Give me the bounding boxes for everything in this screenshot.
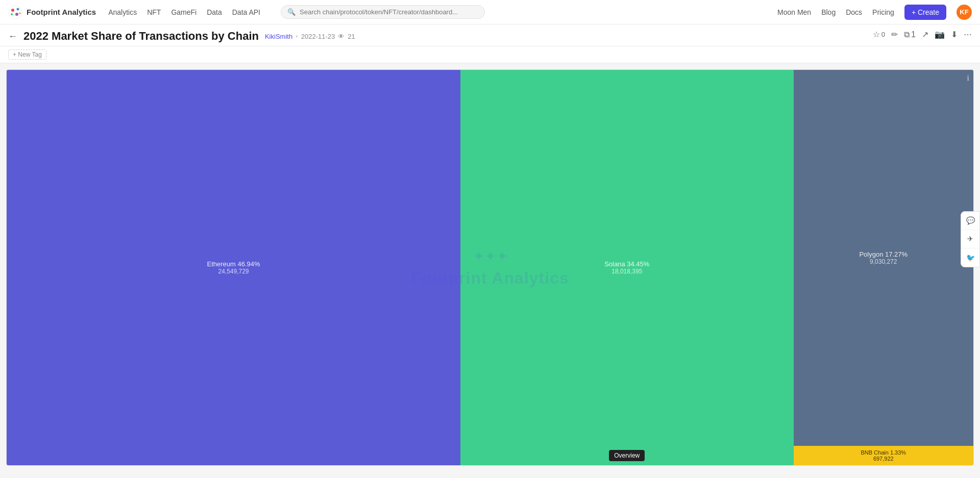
twitter-button[interactable]: 🐦 [961,248,979,267]
clone-icon: ⧉ [904,30,910,39]
download-icon: ⬇ [951,30,958,39]
main-content: ℹ Ethereum 46.94% 24,549,729 Solana 34.4… [0,63,980,472]
more-button[interactable]: ⋯ [964,30,972,39]
brand-name: Footprint Analytics [27,8,96,16]
edit-icon: ✏ [891,30,898,39]
tag-row: + New Tag [0,46,980,63]
more-icon: ⋯ [964,30,972,39]
download-button[interactable]: ⬇ [951,30,958,39]
bnb-name: BNB Chain 1.33% [861,449,906,456]
polygon-name: Polygon 17.27% [859,250,908,258]
nav-gamefi[interactable]: GameFi [171,8,197,16]
segment-solana[interactable]: Solana 34.45% 18,018,395 Overview [460,70,793,465]
separator: • [296,33,298,40]
polygon-label: Polygon 17.27% 9,030,272 [859,250,908,265]
export-icon: ↗ [922,30,928,39]
segment-right: Polygon 17.27% 9,030,272 BNB Chain 1.33%… [794,70,973,465]
svg-point-3 [11,13,13,15]
nav-blog[interactable]: Blog [821,8,836,16]
nav-pricing[interactable]: Pricing [872,8,894,16]
camera-icon: 📷 [935,30,945,39]
solana-name: Solana 34.45% [604,260,649,268]
navbar-links: Analytics NFT GameFi Data Data API [108,8,260,16]
svg-point-1 [11,9,14,12]
page-header: ← 2022 Market Share of Transactions by C… [0,24,980,46]
telegram-icon: ✈ [967,235,973,243]
segment-bnb[interactable]: BNB Chain 1.33% 697,922 [794,446,973,465]
back-button[interactable]: ← [8,31,17,42]
info-icon[interactable]: ℹ [967,74,969,82]
svg-point-4 [15,13,18,16]
brand-logo-link[interactable]: Footprint Analytics [8,5,96,19]
bnb-value: 697,922 [873,456,894,462]
user-avatar[interactable]: KF [957,5,972,20]
svg-point-2 [17,8,19,10]
solana-label: Solana 34.45% 18,018,395 [604,70,649,465]
ethereum-label: Ethereum 46.94% 24,549,729 [207,260,260,275]
page-title-section: ← 2022 Market Share of Transactions by C… [8,30,972,46]
page-title-row: ← 2022 Market Share of Transactions by C… [8,30,355,43]
nav-data-api[interactable]: Data API [232,8,260,16]
svg-point-0 [9,6,22,19]
nav-data[interactable]: Data [207,8,222,16]
segment-ethereum[interactable]: Ethereum 46.94% 24,549,729 [7,70,460,465]
ethereum-name: Ethereum 46.94% [207,260,260,268]
navbar-right: Moon Men Blog Docs Pricing + Create KF [777,5,972,20]
page-actions: ☆ 0 ✏ ⧉ 1 ↗ 📷 ⬇ ⋯ [873,30,972,39]
export-button[interactable]: ↗ [922,30,928,39]
discord-button[interactable]: 💬 [961,212,979,230]
segment-polygon[interactable]: Polygon 17.27% 9,030,272 [794,70,973,446]
clone-count: 1 [911,30,916,39]
edit-button[interactable]: ✏ [891,30,898,39]
brand-logo-icon [8,5,22,19]
bnb-label: BNB Chain 1.33% 697,922 [861,446,906,465]
new-tag-button[interactable]: + New Tag [8,49,46,60]
treemap: Ethereum 46.94% 24,549,729 Solana 34.45%… [7,70,973,465]
star-icon: ☆ [873,30,880,39]
eye-icon: 👁 [338,33,345,40]
polygon-value: 9,030,272 [859,258,908,265]
page-date: 2022-11-23 [301,33,335,40]
chart-container: ℹ Ethereum 46.94% 24,549,729 Solana 34.4… [6,69,974,466]
nav-analytics[interactable]: Analytics [108,8,137,16]
discord-icon: 💬 [966,216,975,224]
telegram-button[interactable]: ✈ [961,230,979,248]
create-button[interactable]: + Create [904,5,946,20]
page-title: 2022 Market Share of Transactions by Cha… [23,30,259,43]
navbar: Footprint Analytics Analytics NFT GameFi… [0,0,980,24]
search-input[interactable] [300,8,478,16]
twitter-icon: 🐦 [966,254,975,262]
page-meta: KikiSmith • 2022-11-23 👁 21 [265,33,355,40]
svg-point-5 [19,12,21,14]
clone-button[interactable]: ⧉ 1 [904,30,916,39]
overview-tooltip: Overview [609,450,645,461]
author-link[interactable]: KikiSmith [265,33,292,40]
nav-moon-men[interactable]: Moon Men [777,8,811,16]
view-count: 21 [348,33,355,40]
side-actions: 💬 ✈ 🐦 [961,211,980,267]
search-bar: 🔍 [281,5,485,19]
camera-button[interactable]: 📷 [935,30,945,39]
nav-docs[interactable]: Docs [846,8,862,16]
nav-nft[interactable]: NFT [147,8,161,16]
ethereum-value: 24,549,729 [207,268,260,275]
star-count: 0 [881,31,885,38]
star-button[interactable]: ☆ 0 [873,30,885,39]
search-icon: 🔍 [287,8,296,16]
solana-value: 18,018,395 [611,268,642,275]
